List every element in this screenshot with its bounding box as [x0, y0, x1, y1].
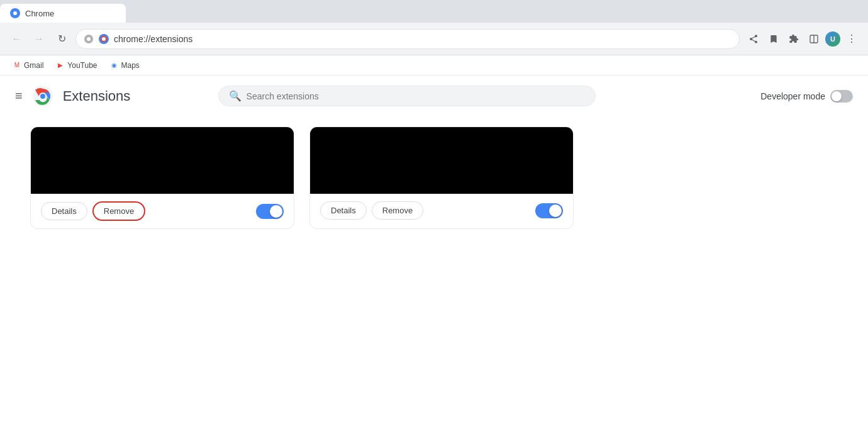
split-button[interactable]	[805, 30, 823, 48]
bookmarks-bar: M Gmail ▶ YouTube ◉ Maps	[0, 55, 868, 76]
hamburger-button[interactable]: ≡	[15, 89, 23, 103]
back-button[interactable]: ←	[8, 30, 25, 48]
omnibox-bar: ← → ↻ chrome://extensions	[0, 23, 868, 55]
search-input[interactable]	[247, 91, 585, 101]
svg-point-11	[40, 94, 45, 99]
extension-image-2	[310, 127, 573, 194]
tab-favicon	[10, 8, 20, 18]
browser-chrome: Chrome ← → ↻ chrome://extensions	[0, 0, 868, 76]
page-content: ≡ Extensions 🔍 Developer mode	[0, 76, 868, 431]
toggle-on-knob-1	[270, 205, 282, 218]
forward-button[interactable]: →	[30, 30, 48, 48]
tab-bar: Chrome	[0, 0, 868, 23]
svg-point-3	[87, 37, 91, 41]
user-avatar[interactable]: U	[825, 31, 840, 47]
toggle-on-knob-2	[549, 204, 562, 217]
extensions-header: ≡ Extensions 🔍 Developer mode	[0, 76, 868, 116]
chrome-logo-small	[99, 34, 109, 44]
chrome-logo	[33, 86, 53, 106]
svg-point-1	[13, 11, 17, 15]
menu-button[interactable]: ⋮	[843, 30, 860, 48]
share-button[interactable]	[745, 30, 762, 48]
extension-footer-2: Details Remove	[310, 194, 573, 227]
developer-mode-toggle: Developer mode	[760, 90, 853, 103]
toggle-switch[interactable]	[830, 90, 853, 103]
details-button-2[interactable]: Details	[320, 201, 367, 220]
reload-button[interactable]: ↻	[53, 30, 70, 48]
extension-card-1: Details Remove	[30, 126, 294, 229]
address-bar[interactable]: chrome://extensions	[75, 29, 740, 49]
search-bar-wrapper: 🔍	[218, 86, 596, 106]
details-button-1[interactable]: Details	[41, 202, 87, 220]
remove-button-2[interactable]: Remove	[372, 201, 423, 220]
tab-title: Chrome	[25, 9, 54, 18]
search-icon: 🔍	[229, 90, 242, 102]
toolbar-right: U ⋮	[745, 30, 860, 48]
extension-footer-1: Details Remove	[31, 194, 294, 228]
youtube-favicon: ▶	[56, 61, 65, 70]
youtube-label: YouTube	[67, 61, 97, 70]
extension-card-2: Details Remove	[309, 126, 574, 229]
developer-mode-label: Developer mode	[760, 91, 825, 101]
url-text: chrome://extensions	[114, 34, 192, 44]
bookmark-maps[interactable]: ◉ Maps	[105, 59, 145, 72]
remove-button-1[interactable]: Remove	[92, 201, 145, 221]
active-tab[interactable]: Chrome	[0, 4, 126, 23]
bookmark-button[interactable]	[765, 30, 782, 48]
bookmark-youtube[interactable]: ▶ YouTube	[51, 59, 102, 72]
extension-image-1	[31, 127, 294, 194]
gmail-favicon: M	[13, 61, 21, 70]
gmail-label: Gmail	[24, 61, 43, 70]
toggle-knob	[832, 91, 842, 101]
extensions-grid: Details Remove Details Remove	[0, 116, 868, 239]
shield-icon	[84, 34, 94, 44]
extension-toggle-2[interactable]	[535, 203, 563, 218]
search-bar: 🔍	[218, 86, 596, 106]
maps-label: Maps	[121, 61, 140, 70]
extensions-button[interactable]	[785, 30, 803, 48]
page-title: Extensions	[63, 88, 131, 104]
svg-point-6	[102, 37, 106, 41]
extension-toggle-1[interactable]	[256, 204, 284, 219]
maps-favicon: ◉	[110, 61, 119, 70]
bookmark-gmail[interactable]: M Gmail	[8, 59, 48, 72]
